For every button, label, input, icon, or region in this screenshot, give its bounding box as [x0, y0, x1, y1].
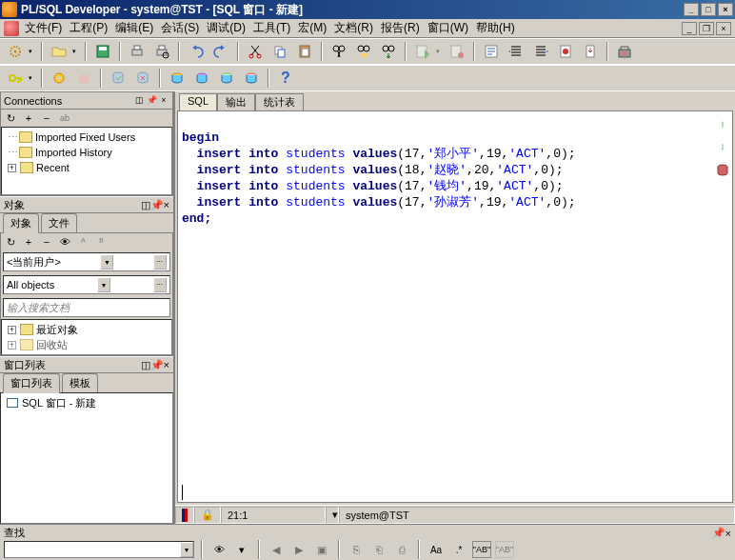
ellipsis-icon[interactable]: ⋯: [153, 277, 167, 292]
menu-edit[interactable]: 编辑(E): [115, 20, 153, 36]
chevron-down-icon[interactable]: ▼: [97, 277, 110, 292]
panel-pin-icon[interactable]: 📌: [712, 527, 725, 539]
tab-files[interactable]: 文件: [41, 213, 77, 232]
regex-icon[interactable]: .*: [449, 541, 468, 558]
find-dropdown[interactable]: ▾: [232, 541, 251, 558]
opt2-icon[interactable]: ⎗: [369, 541, 388, 558]
mdi-minimize-button[interactable]: _: [682, 22, 697, 35]
menu-window[interactable]: 窗口(W): [427, 20, 468, 36]
menu-help[interactable]: 帮助(H): [476, 20, 515, 36]
menu-macro[interactable]: 宏(M): [298, 20, 327, 36]
opt1-icon[interactable]: ⎘: [347, 541, 366, 558]
filter-b-icon[interactable]: ᴮ: [93, 234, 109, 250]
beautifier-icon[interactable]: [613, 41, 636, 62]
panel-pin2-icon[interactable]: 📌: [150, 199, 164, 211]
mark-icon[interactable]: ▣: [312, 541, 331, 558]
tab-objects[interactable]: 对象: [3, 213, 39, 233]
menu-report[interactable]: 报告(R): [381, 20, 420, 36]
undo-icon[interactable]: [185, 41, 208, 62]
user-combo[interactable]: <当前用户>▼⋯: [3, 252, 170, 271]
stop-icon[interactable]: [446, 41, 468, 62]
connections-tree[interactable]: ⋯Imported Fixed Users ⋯Imported History …: [1, 127, 172, 195]
tree-item[interactable]: Imported Fixed Users: [35, 131, 135, 143]
close-button[interactable]: ×: [718, 3, 733, 16]
panel-pin-icon[interactable]: ◫: [133, 95, 145, 107]
next-icon[interactable]: ▶: [289, 541, 308, 558]
menu-debug[interactable]: 调试(D): [207, 20, 246, 36]
print-preview-icon[interactable]: [150, 41, 173, 62]
objects-combo[interactable]: All objects▼⋯: [3, 275, 170, 294]
db-gutter-icon[interactable]: [715, 163, 730, 178]
whole-word2-icon[interactable]: "AB": [495, 541, 514, 558]
execute-icon[interactable]: [411, 41, 434, 62]
panel-pin-icon[interactable]: ◫: [141, 199, 150, 211]
commit-icon[interactable]: [554, 41, 577, 62]
menu-tools[interactable]: 工具(T): [253, 20, 290, 36]
replace-icon[interactable]: [352, 41, 375, 62]
rename-icon[interactable]: ab: [57, 110, 72, 126]
menu-docs[interactable]: 文档(R): [334, 20, 373, 36]
open-dropdown[interactable]: ▾: [72, 48, 80, 55]
remove-icon[interactable]: −: [39, 110, 54, 126]
indent-left-icon[interactable]: [505, 41, 527, 62]
opt3-icon[interactable]: ⎙: [392, 541, 411, 558]
panel-close-icon[interactable]: ×: [158, 95, 169, 107]
tab-sql[interactable]: SQL: [179, 93, 217, 110]
mdi-close-button[interactable]: ×: [716, 22, 731, 35]
tree-item[interactable]: 回收站: [36, 338, 68, 352]
winlist-item[interactable]: SQL 窗口 - 新建: [22, 396, 96, 410]
print-icon[interactable]: [126, 41, 149, 62]
lock-icon[interactable]: 🔒: [194, 507, 221, 524]
tree-item[interactable]: 最近对象: [36, 323, 78, 337]
explain-plan-icon[interactable]: [480, 41, 503, 62]
help-icon[interactable]: ?: [274, 68, 297, 89]
paste-icon[interactable]: [293, 41, 316, 62]
match-case-icon[interactable]: Aa: [427, 541, 446, 558]
save-icon[interactable]: [91, 41, 114, 62]
tab-winlist[interactable]: 窗口列表: [3, 373, 60, 393]
redo-icon[interactable]: [209, 41, 232, 62]
new-dropdown[interactable]: ▾: [29, 48, 36, 55]
find-icon[interactable]: 👁: [209, 541, 228, 558]
copy-icon[interactable]: [268, 41, 291, 62]
db3-icon[interactable]: [215, 68, 238, 89]
refresh-icon[interactable]: ↻: [3, 234, 18, 250]
filter-a-icon[interactable]: ᴬ: [75, 234, 90, 250]
refresh-icon[interactable]: ↻: [3, 110, 18, 126]
db1-icon[interactable]: [166, 68, 189, 89]
gear-icon[interactable]: [48, 68, 70, 89]
search-objects-input[interactable]: 输入搜索文档: [3, 298, 170, 317]
menu-project[interactable]: 工程(P): [70, 20, 108, 36]
prev-icon[interactable]: ◀: [267, 541, 286, 558]
execute-dropdown[interactable]: ▾: [436, 48, 444, 55]
scroll-up-icon[interactable]: ⬆: [715, 117, 730, 132]
key-dropdown[interactable]: ▾: [29, 74, 36, 82]
remove-icon[interactable]: −: [39, 234, 54, 250]
find-next-icon[interactable]: [377, 41, 400, 62]
status-dropdown[interactable]: ▾: [326, 507, 339, 524]
search-input[interactable]: ▼: [4, 541, 194, 558]
key-icon[interactable]: [4, 68, 27, 89]
whole-word-icon[interactable]: "AB": [472, 541, 491, 558]
panel-pin2-icon[interactable]: 📌: [146, 95, 157, 107]
tab-stats[interactable]: 统计表: [255, 93, 304, 110]
expand-icon[interactable]: +: [8, 341, 16, 350]
db2-icon[interactable]: [190, 68, 213, 89]
cut-icon[interactable]: [244, 41, 267, 62]
panel-pin-icon[interactable]: ◫: [141, 359, 150, 371]
panel-close-icon[interactable]: ×: [725, 528, 731, 539]
chevron-down-icon[interactable]: ▼: [180, 542, 193, 557]
expand-icon[interactable]: +: [8, 164, 16, 172]
menu-file[interactable]: 文件(F): [25, 20, 62, 36]
tab-output[interactable]: 输出: [217, 93, 255, 110]
menu-session[interactable]: 会话(S): [161, 20, 199, 36]
chevron-down-icon[interactable]: ▼: [100, 254, 113, 270]
find-icon[interactable]: [328, 41, 350, 62]
minimize-button[interactable]: _: [684, 3, 699, 16]
scroll-down-icon[interactable]: ⬇: [715, 140, 730, 155]
tab-template[interactable]: 模板: [62, 373, 98, 392]
add-icon[interactable]: +: [21, 110, 36, 126]
indent-right-icon[interactable]: [529, 41, 552, 62]
new-icon[interactable]: [4, 41, 27, 62]
add-icon[interactable]: +: [21, 234, 36, 250]
